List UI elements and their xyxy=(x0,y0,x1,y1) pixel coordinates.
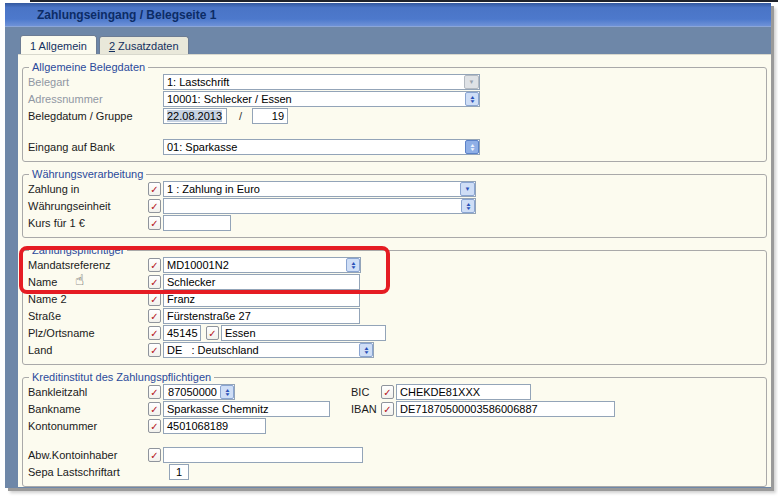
field-check-icon[interactable]: ✓ xyxy=(148,448,161,462)
field-check-icon[interactable]: ✓ xyxy=(148,182,161,196)
row-eingang-auf-bank: Eingang auf Bank 01: Sparkasse ▲▼ xyxy=(28,139,760,155)
bankleitzahl-spinner-button[interactable]: ▲▼ xyxy=(220,385,234,399)
field-check-icon[interactable]: ✓ xyxy=(148,275,161,289)
window-titlebar: Zahlungseingang / Belegseite 1 xyxy=(5,3,771,27)
kurs-input[interactable] xyxy=(163,215,231,231)
spinner-down-icon: ▼ xyxy=(224,392,230,396)
row-waehrungseinheit: Währungseinheit ✓ ▲▼ xyxy=(28,198,760,214)
field-check-icon[interactable]: ✓ xyxy=(148,402,161,416)
field-check-icon[interactable]: ✓ xyxy=(148,343,161,357)
field-check-icon[interactable]: ✓ xyxy=(148,292,161,306)
group-allgemeine-belegdaten-legend: Allgemeine Belegdaten xyxy=(29,61,148,73)
iban-input[interactable]: DE71870500003586006887 xyxy=(396,401,615,417)
kontonummer-input[interactable]: 4501068189 xyxy=(163,418,266,434)
vertical-gap xyxy=(28,125,760,139)
tab-strip: 1 Allgemein 2 Zusatzdaten xyxy=(5,27,771,54)
form-content: Allgemeine Belegdaten Belegart 1: Lastsc… xyxy=(18,54,771,487)
sepa-lastschriftart-label: Sepa Lastschriftart xyxy=(28,466,148,478)
belegart-value: 1: Lastschrift xyxy=(167,76,229,88)
row-bankleitzahl: Bankleitzahl ✓ 87050000 ▲▼ BIC ✓ CHEKDE8… xyxy=(28,384,760,400)
adressnummer-field[interactable]: 10001: Schlecker / Essen ▲▼ xyxy=(163,91,480,107)
field-check-icon[interactable]: ✓ xyxy=(148,309,161,323)
gruppe-input[interactable]: 19 xyxy=(252,108,288,124)
field-check-icon[interactable]: ✓ xyxy=(148,326,161,340)
adressnummer-spinner-button[interactable]: ▲▼ xyxy=(465,92,479,106)
belegdatum-input[interactable]: 22.08.2013 xyxy=(163,108,227,124)
waehrungseinheit-label: Währungseinheit xyxy=(28,200,148,212)
tab-zusatzdaten-label: Zusatzdaten xyxy=(115,40,179,52)
bic-value: CHEKDE81XXX xyxy=(400,386,480,398)
field-check-icon[interactable]: ✓ xyxy=(148,216,161,230)
iban-group: IBAN ✓ DE71870500003586006887 xyxy=(351,401,615,417)
row-abw-kontoinhaber: Abw.Kontoinhaber ✓ xyxy=(28,447,760,463)
bic-group: BIC ✓ CHEKDE81XXX xyxy=(351,384,531,400)
adressnummer-label: Adressnummer xyxy=(28,93,148,105)
group-waehrungsverarbeitung-legend: Währungsverarbeitung xyxy=(29,168,146,180)
name2-value: Franz xyxy=(167,293,195,305)
strasse-input[interactable]: Fürstenstraße 27 xyxy=(163,308,360,324)
waehrungseinheit-spinner-button[interactable]: ▲▼ xyxy=(461,199,475,213)
land-label: Land xyxy=(28,344,148,356)
abw-kontoinhaber-input[interactable] xyxy=(163,447,363,463)
spinner-down-icon: ▼ xyxy=(469,147,475,151)
tab-zusatzdaten[interactable]: 2 Zusatzdaten xyxy=(99,36,189,54)
field-check-icon[interactable]: ✓ xyxy=(148,419,161,433)
dropdown-arrow-icon[interactable]: ▼ xyxy=(460,182,475,196)
bankleitzahl-value: 87050000 xyxy=(168,386,217,398)
belegdatum-value: 22.08.2013 xyxy=(167,110,222,122)
eingang-value: 01: Sparkasse xyxy=(167,141,237,153)
zahlung-in-label: Zahlung in xyxy=(28,183,148,195)
payment-entry-window: Zahlungseingang / Belegseite 1 1 Allgeme… xyxy=(5,3,771,488)
row-belegdatum-gruppe: Belegdatum / Gruppe 22.08.2013 / 19 xyxy=(28,108,760,124)
group-zahlungspflichtiger-legend: Zahlungspflichtiger xyxy=(29,244,127,256)
date-group-separator: / xyxy=(239,110,242,122)
bankleitzahl-field[interactable]: 87050000 ▲▼ xyxy=(163,384,235,400)
bic-label: BIC xyxy=(351,386,381,398)
row-bankname: Bankname ✓ Sparkasse Chemnitz IBAN ✓ DE7… xyxy=(28,401,760,417)
row-kurs: Kurs für 1 € ✓ xyxy=(28,215,760,231)
row-zahlung-in: Zahlung in ✓ 1 : Zahlung in Euro ▼ xyxy=(28,181,760,197)
row-land: Land ✓ DE : Deutschland ▲▼ xyxy=(28,342,760,358)
row-sepa-lastschriftart: Sepa Lastschriftart 1 xyxy=(28,464,760,480)
eingang-spinner-button[interactable]: ▲▼ xyxy=(465,140,479,154)
row-adressnummer: Adressnummer 10001: Schlecker / Essen ▲▼ xyxy=(28,91,760,107)
spinner-down-icon: ▼ xyxy=(350,265,356,269)
name-label: Name xyxy=(28,276,148,288)
belegart-label: Belegart xyxy=(28,76,148,88)
name-input[interactable]: Schlecker xyxy=(163,274,360,290)
land-spinner-button[interactable]: ▲▼ xyxy=(359,343,373,357)
window-frame: 1 Allgemein 2 Zusatzdaten Allgemeine Bel… xyxy=(5,27,771,487)
kontonummer-label: Kontonummer xyxy=(28,420,148,432)
field-check-icon[interactable]: ✓ xyxy=(381,402,394,416)
group-allgemeine-belegdaten: Allgemeine Belegdaten Belegart 1: Lastsc… xyxy=(22,61,767,162)
tab-allgemein[interactable]: 1 Allgemein xyxy=(20,35,97,54)
field-check-icon[interactable]: ✓ xyxy=(148,199,161,213)
eingang-label: Eingang auf Bank xyxy=(28,141,148,153)
bankname-input[interactable]: Sparkasse Chemnitz xyxy=(163,401,330,417)
name2-label: Name 2 xyxy=(28,293,148,305)
zahlung-in-value: 1 : Zahlung in Euro xyxy=(167,183,260,195)
zahlung-in-combobox[interactable]: 1 : Zahlung in Euro ▼ xyxy=(163,181,476,197)
iban-label: IBAN xyxy=(351,403,381,415)
dropdown-arrow-icon[interactable]: ▼ xyxy=(464,75,479,89)
bic-input[interactable]: CHEKDE81XXX xyxy=(396,384,531,400)
belegart-combobox[interactable]: 1: Lastschrift ▼ xyxy=(163,74,480,90)
field-check-icon[interactable]: ✓ xyxy=(148,385,161,399)
ortsname-input[interactable]: Essen xyxy=(221,325,386,341)
row-mandatsreferenz: Mandatsreferenz ✓ MD10001N2 ▲▼ xyxy=(28,257,760,273)
row-name2: Name 2 ✓ Franz xyxy=(28,291,760,307)
name2-input[interactable]: Franz xyxy=(163,291,360,307)
land-field[interactable]: DE : Deutschland ▲▼ xyxy=(163,342,374,358)
plz-input[interactable]: 45145 xyxy=(163,325,201,341)
eingang-field[interactable]: 01: Sparkasse ▲▼ xyxy=(163,139,480,155)
field-check-icon[interactable]: ✓ xyxy=(381,385,394,399)
field-check-icon[interactable]: ✓ xyxy=(206,326,219,340)
field-check-icon[interactable]: ✓ xyxy=(148,258,161,272)
mandatsreferenz-field[interactable]: MD10001N2 ▲▼ xyxy=(163,257,361,273)
sepa-lastschriftart-input[interactable]: 1 xyxy=(169,464,189,480)
page-title: Zahlungseingang / Belegseite 1 xyxy=(37,8,216,22)
gruppe-value: 19 xyxy=(272,110,284,122)
belegdatum-label: Belegdatum / Gruppe xyxy=(28,110,148,122)
mandatsreferenz-spinner-button[interactable]: ▲▼ xyxy=(346,258,360,272)
waehrungseinheit-field[interactable]: ▲▼ xyxy=(163,198,476,214)
